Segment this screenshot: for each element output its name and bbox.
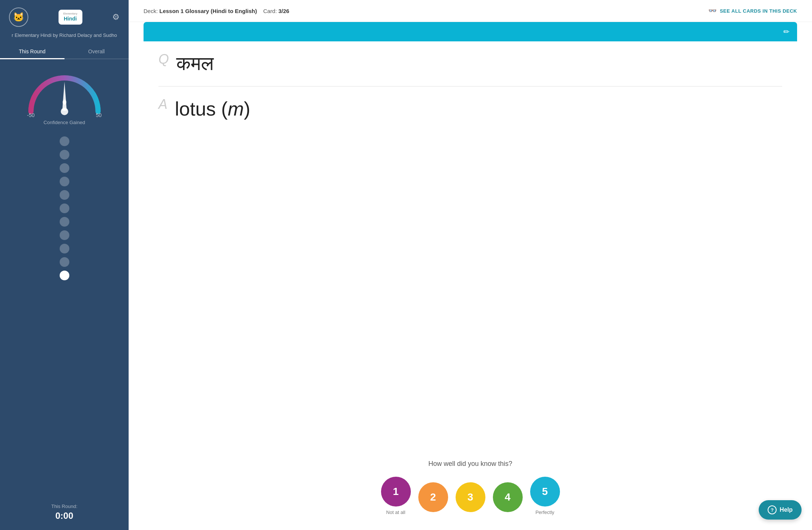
question-section: Q कमल [144, 41, 797, 82]
confidence-label: Confidence Gained [44, 120, 85, 125]
card-dot-2 [60, 150, 69, 160]
rating-question: How well did you know this? [428, 460, 512, 468]
q-label: Q [158, 53, 169, 66]
svg-marker-0 [62, 82, 67, 111]
see-all-cards-link[interactable]: 👓 SEE ALL CARDS IN THIS DECK [708, 7, 797, 15]
sidebar-tabs: This Round Overall [0, 45, 129, 59]
a-label: A [158, 98, 167, 111]
card-number: 3/26 [278, 8, 289, 14]
card-top-bar: ✏ [144, 22, 797, 41]
rating-section: How well did you know this? 1 Not at all… [129, 449, 812, 530]
this-round-section: This Round: 0:00 [51, 498, 77, 530]
card-dot-8 [60, 230, 69, 240]
rating-2-container: 2 [418, 482, 448, 515]
logo-icon: 🐱 [13, 12, 24, 22]
rating-5-label: Perfectly [535, 510, 554, 515]
gauge-min-label: -50 [27, 112, 35, 118]
rating-button-2[interactable]: 2 [418, 482, 448, 512]
rating-1-container: 1 Not at all [381, 477, 411, 515]
main-content: Deck: Lesson 1 Glossary (Hindi to Englis… [129, 0, 812, 530]
tab-this-round[interactable]: This Round [0, 45, 64, 59]
gauge-max-label: 50 [96, 112, 102, 118]
confidence-gauge: -50 50 Confidence Gained [0, 67, 129, 125]
card-dot-5 [60, 190, 69, 200]
deck-logo-small-text: Elementary [63, 12, 78, 15]
gauge-labels: -50 50 [27, 112, 102, 118]
deck-logo-main-text: Hindi [64, 16, 77, 22]
svg-point-2 [63, 100, 66, 105]
card-dot-7 [60, 217, 69, 227]
gauge-svg [23, 67, 106, 115]
rating-button-5[interactable]: 5 [530, 477, 560, 507]
sidebar-header: 🐱 Elementary Hindi ⚙ [0, 0, 129, 31]
card-area: ✏ Q कमल A lotus (m) [129, 22, 812, 449]
card-dot-3 [60, 163, 69, 173]
deck-label: Deck: [144, 8, 158, 14]
this-round-label: This Round: [51, 504, 77, 509]
rating-1-label: Not at all [386, 510, 405, 515]
tab-overall[interactable]: Overall [64, 45, 129, 59]
this-round-time: 0:00 [51, 511, 77, 521]
see-all-label: SEE ALL CARDS IN THIS DECK [720, 8, 797, 14]
card-dots-list [60, 133, 69, 498]
home-button[interactable]: 🐱 [9, 7, 28, 27]
card-dot-11-active [60, 271, 69, 280]
edit-icon[interactable]: ✏ [783, 27, 790, 36]
sidebar: 🐱 Elementary Hindi ⚙ r Elementary Hindi … [0, 0, 129, 530]
deck-name: Lesson 1 Glossary (Hindi to English) [160, 8, 257, 14]
card-dot-10 [60, 257, 69, 267]
rating-5-container: 5 Perfectly [530, 477, 560, 515]
rating-3-container: 3 [456, 482, 485, 515]
deck-info: Deck: Lesson 1 Glossary (Hindi to Englis… [144, 8, 289, 14]
answer-text: lotus (m) [175, 98, 250, 120]
question-text: कमल [176, 53, 214, 75]
qa-divider [158, 86, 782, 86]
rating-button-4[interactable]: 4 [493, 482, 523, 512]
help-circle-icon: ? [768, 505, 777, 514]
answer-section: A lotus (m) [144, 90, 797, 131]
card-dot-4 [60, 177, 69, 186]
rating-4-container: 4 [493, 482, 523, 515]
help-button[interactable]: ? Help [759, 500, 802, 520]
rating-button-1[interactable]: 1 [381, 477, 411, 507]
rating-buttons: 1 Not at all 2 3 4 5 Perfectly [381, 477, 560, 515]
card-dot-1 [60, 136, 69, 146]
help-label: Help [780, 507, 793, 513]
card-label: Card: [263, 8, 277, 14]
rating-button-3[interactable]: 3 [456, 482, 485, 512]
card-dot-6 [60, 204, 69, 213]
deck-title: r Elementary Hindi by Richard Delacy and… [4, 31, 125, 45]
deck-logo: Elementary Hindi [59, 10, 82, 25]
main-header: Deck: Lesson 1 Glossary (Hindi to Englis… [129, 0, 812, 22]
glasses-icon: 👓 [708, 7, 717, 15]
settings-icon[interactable]: ⚙ [112, 12, 120, 22]
card-dot-9 [60, 244, 69, 253]
